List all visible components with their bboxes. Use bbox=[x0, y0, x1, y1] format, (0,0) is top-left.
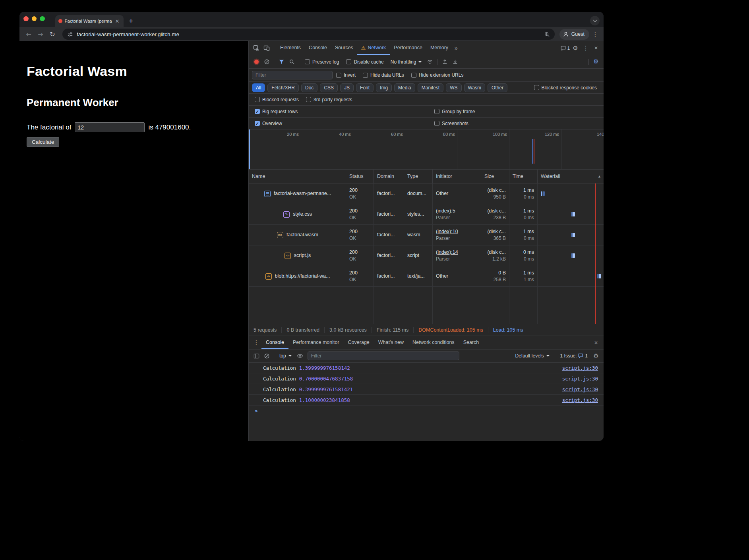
new-tab-button[interactable]: + bbox=[126, 16, 136, 26]
drawer-close-icon[interactable]: ✕ bbox=[591, 338, 601, 348]
drawer-tab-whats-new[interactable]: What's new bbox=[374, 336, 408, 349]
filter-chip-all[interactable]: All bbox=[252, 83, 265, 92]
filter-chip-wasm[interactable]: Wasm bbox=[464, 83, 486, 92]
tab-network[interactable]: ⚠ Network bbox=[357, 41, 390, 55]
console-sidebar-icon[interactable] bbox=[251, 351, 261, 361]
preserve-log-option[interactable]: Preserve log bbox=[305, 59, 339, 65]
profile-chip[interactable]: Guest bbox=[559, 29, 589, 40]
macos-minimize-button[interactable] bbox=[32, 16, 37, 21]
hide-data-urls-option[interactable]: Hide data URLs bbox=[363, 72, 404, 78]
drawer-tab-network-conditions[interactable]: Network conditions bbox=[408, 336, 459, 349]
invert-checkbox[interactable] bbox=[336, 73, 341, 78]
tab-console[interactable]: Console bbox=[305, 41, 331, 55]
tab-search-button[interactable] bbox=[590, 16, 600, 25]
overview-option[interactable]: Overview bbox=[255, 121, 282, 126]
macos-close-button[interactable] bbox=[23, 16, 29, 21]
overview-checkbox[interactable] bbox=[255, 121, 260, 126]
more-tabs-button[interactable]: » bbox=[452, 45, 460, 51]
request-row[interactable]: style.css 200OK factori... styles... (in… bbox=[249, 204, 604, 225]
filter-icon[interactable] bbox=[276, 57, 286, 67]
third-party-requests-option[interactable]: 3rd-party requests bbox=[306, 97, 352, 102]
filter-chip-ws[interactable]: WS bbox=[446, 83, 461, 92]
network-conditions-icon[interactable] bbox=[425, 57, 435, 67]
filter-chip-js[interactable]: JS bbox=[340, 83, 354, 92]
source-link[interactable]: script.js:30 bbox=[562, 386, 598, 392]
drawer-tab-console[interactable]: Console bbox=[261, 336, 288, 349]
screenshots-option[interactable]: Screenshots bbox=[434, 121, 468, 126]
column-header-status[interactable]: Status bbox=[346, 170, 374, 183]
context-selector[interactable]: top bbox=[279, 353, 292, 359]
site-settings-icon[interactable] bbox=[67, 31, 73, 37]
column-header-domain[interactable]: Domain bbox=[374, 170, 404, 183]
export-har-icon[interactable] bbox=[439, 57, 450, 67]
initiator-link[interactable]: (index):14 bbox=[436, 249, 478, 256]
request-row[interactable]: blob:https://factorial-wa... 200OK facto… bbox=[249, 266, 604, 287]
calculate-button[interactable]: Calculate bbox=[27, 137, 59, 147]
tab-memory[interactable]: Memory bbox=[426, 41, 452, 55]
browser-tab[interactable]: Factorial Wasm (permanent W ✕ bbox=[55, 15, 124, 27]
disable-cache-checkbox[interactable] bbox=[346, 59, 351, 64]
zoom-indicator-icon[interactable] bbox=[544, 31, 550, 37]
blocked-requests-option[interactable]: Blocked requests bbox=[255, 97, 299, 102]
initiator-link[interactable]: (index):10 bbox=[436, 228, 478, 235]
filter-chip-font[interactable]: Font bbox=[356, 83, 374, 92]
preserve-log-checkbox[interactable] bbox=[305, 59, 310, 64]
tab-close-icon[interactable]: ✕ bbox=[114, 18, 120, 24]
devtools-menu-icon[interactable]: ⋮ bbox=[581, 43, 591, 53]
filter-chip-media[interactable]: Media bbox=[394, 83, 415, 92]
forward-button[interactable]: → bbox=[35, 29, 46, 39]
console-filter-input[interactable] bbox=[308, 351, 459, 360]
drawer-tab-search[interactable]: Search bbox=[459, 336, 484, 349]
devtools-settings-icon[interactable]: ⚙ bbox=[570, 43, 581, 53]
column-header-initiator[interactable]: Initiator bbox=[433, 170, 481, 183]
hide-extension-urls-checkbox[interactable] bbox=[411, 73, 416, 78]
initiator-link[interactable]: (index):5 bbox=[436, 208, 478, 214]
device-toolbar-icon[interactable] bbox=[261, 43, 272, 53]
macos-zoom-button[interactable] bbox=[40, 16, 45, 21]
blocked-response-cookies-option[interactable]: Blocked response cookies bbox=[534, 85, 597, 91]
browser-menu-button[interactable]: ⋮ bbox=[591, 31, 600, 38]
devtools-close-icon[interactable]: ✕ bbox=[591, 43, 601, 53]
filter-chip-fetch-xhr[interactable]: Fetch/XHR bbox=[267, 83, 299, 92]
big-request-rows-option[interactable]: Big request rows bbox=[255, 109, 298, 114]
tab-elements[interactable]: Elements bbox=[276, 41, 305, 55]
request-row[interactable]: factorial-wasm-permane... 200OK factori.… bbox=[249, 183, 604, 204]
filter-chip-manifest[interactable]: Manifest bbox=[418, 83, 443, 92]
request-row[interactable]: script.js 200OK factori... script (index… bbox=[249, 245, 604, 266]
filter-chip-doc[interactable]: Doc bbox=[301, 83, 317, 92]
request-row[interactable]: factorial.wasm 200OK factori... wasm (in… bbox=[249, 225, 604, 245]
factorial-input[interactable] bbox=[75, 122, 145, 132]
source-link[interactable]: script.js:30 bbox=[562, 397, 598, 403]
tab-performance[interactable]: Performance bbox=[390, 41, 426, 55]
console-settings-icon[interactable]: ⚙ bbox=[591, 351, 601, 361]
throttling-dropdown[interactable]: No throttling bbox=[391, 59, 422, 65]
drawer-tab-performance-monitor[interactable]: Performance monitor bbox=[288, 336, 344, 349]
source-link[interactable]: script.js:30 bbox=[562, 365, 598, 371]
address-bar[interactable]: factorial-wasm-permanent-worker.glitch.m… bbox=[62, 29, 555, 40]
issues-counter[interactable]: 1 bbox=[560, 43, 570, 53]
group-by-frame-option[interactable]: Group by frame bbox=[434, 109, 475, 114]
hide-data-urls-checkbox[interactable] bbox=[363, 73, 368, 78]
filter-chip-other[interactable]: Other bbox=[488, 83, 507, 92]
third-party-requests-checkbox[interactable] bbox=[306, 97, 311, 102]
column-header-waterfall[interactable]: Waterfall ▲ bbox=[538, 170, 604, 183]
drawer-menu-icon[interactable]: ⋮ bbox=[251, 338, 261, 348]
overview-left-handle[interactable] bbox=[249, 129, 250, 169]
drawer-tab-coverage[interactable]: Coverage bbox=[344, 336, 374, 349]
invert-option[interactable]: Invert bbox=[336, 72, 356, 78]
big-request-rows-checkbox[interactable] bbox=[255, 109, 260, 114]
import-har-icon[interactable] bbox=[450, 57, 460, 67]
clear-network-log-icon[interactable] bbox=[261, 57, 272, 67]
column-header-time[interactable]: Time bbox=[509, 170, 538, 183]
search-icon[interactable] bbox=[286, 57, 297, 67]
back-button[interactable]: ← bbox=[23, 29, 34, 39]
network-overview-timeline[interactable]: 20 ms 40 ms 60 ms 80 ms 100 ms 120 ms 14… bbox=[249, 129, 604, 170]
console-prompt[interactable]: > bbox=[249, 406, 604, 416]
column-header-size[interactable]: Size bbox=[481, 170, 509, 183]
blocked-response-cookies-checkbox[interactable] bbox=[534, 85, 539, 90]
log-levels-dropdown[interactable]: Default levels bbox=[515, 353, 550, 359]
network-filter-input[interactable] bbox=[252, 71, 333, 79]
reload-button[interactable]: ↻ bbox=[47, 29, 58, 39]
blocked-requests-checkbox[interactable] bbox=[255, 97, 260, 102]
screenshots-checkbox[interactable] bbox=[434, 121, 439, 126]
